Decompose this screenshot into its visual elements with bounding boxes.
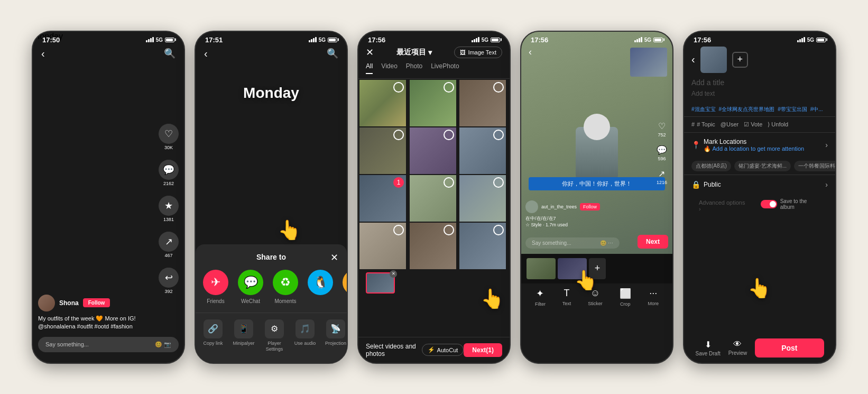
preview-btn[interactable]: 👁 Preview	[728, 340, 747, 356]
select-circle-1	[393, 82, 404, 93]
back-arrow-1[interactable]: ‹	[41, 48, 45, 60]
phone-5: 17:56 5G ‹	[683, 31, 836, 364]
add-media-btn[interactable]: +	[732, 52, 748, 68]
comment-bar-1[interactable]: Say something... 😊 📷	[38, 337, 179, 352]
share-icon-4[interactable]: ↗1216	[657, 169, 667, 185]
projection-btn[interactable]: 📡 Projection	[322, 319, 348, 352]
title-input[interactable]: Add a title	[691, 78, 828, 87]
thumbnail-1[interactable]	[527, 258, 556, 279]
share-moments[interactable]: ♻ Moments	[272, 270, 299, 304]
media-cell-8[interactable]	[410, 175, 456, 222]
bookmark-btn-1[interactable]: ★ 1381	[159, 196, 179, 222]
loc-tag-2[interactable]: 铭门盛宴·艺术海鲜...	[734, 161, 791, 171]
post-options-row: # # Topic @User ☑ Vote ⟩ Unfold	[684, 116, 835, 132]
vote-option[interactable]: ☑ Vote	[744, 121, 762, 128]
user-option[interactable]: @User	[721, 121, 738, 128]
autocut-btn[interactable]: ⚡ AutoCut	[422, 344, 464, 356]
share-sheet: Share to ✕ ✈ Friends 💬 WeChat ♻ Moments	[196, 244, 347, 363]
battery-5	[816, 38, 826, 42]
media-cell-2[interactable]	[410, 80, 456, 126]
battery-1	[165, 38, 174, 42]
media-cell-10[interactable]	[359, 223, 406, 269]
follow-btn-1[interactable]: Follow	[83, 298, 110, 307]
media-cell-1[interactable]	[359, 80, 406, 126]
unfold-option[interactable]: ⟩ Unfold	[768, 121, 788, 128]
tab-photo[interactable]: Photo	[406, 62, 422, 74]
status-icons-1: 5G	[146, 37, 174, 43]
back-arrow-4[interactable]: ‹	[529, 47, 532, 58]
hashtag-1[interactable]: #混血宝宝	[691, 106, 716, 113]
share-wechat[interactable]: 💬 WeChat	[237, 270, 264, 304]
search-icon-2[interactable]: 🔍	[327, 48, 338, 59]
media-cell-3[interactable]	[459, 80, 506, 126]
media-cell-6[interactable]	[459, 127, 506, 174]
comment-input-4[interactable]: Say something... 😊 ⋯	[525, 237, 620, 249]
save-toggle[interactable]	[761, 200, 777, 208]
phone-4: 17:56 5G ‹ 🎵	[520, 31, 673, 364]
hashtag-2[interactable]: #全球网友点亮世界地图	[719, 106, 775, 113]
topic-option[interactable]: # # Topic	[691, 121, 715, 128]
share-friends[interactable]: ✈ Friends	[202, 270, 229, 304]
media-cell-9[interactable]	[459, 175, 506, 222]
heart-icon-4[interactable]: ♡752	[658, 121, 666, 138]
network-type-5: 5G	[807, 37, 814, 43]
post-btn[interactable]: Post	[755, 338, 824, 358]
image-text-btn[interactable]: 🖼 Image Text	[454, 47, 502, 58]
next-btn-4[interactable]: Next	[638, 235, 668, 249]
save-draft-btn[interactable]: ⬇ Save Draft	[695, 340, 720, 356]
tab-livephoto[interactable]: LivePhoto	[431, 62, 459, 74]
search-icon-1[interactable]: 🔍	[164, 48, 176, 59]
sidebar-icons-1: ♡ 30K 💬 2162 ★ 1381 ↗ 467 ↩ 392	[159, 124, 179, 294]
tab-video[interactable]: Video	[381, 62, 397, 74]
advanced-options[interactable]: Advanced options ›	[691, 196, 753, 215]
status-icons-4: 5G	[634, 37, 663, 43]
phone4-content: 17:56 5G ‹ 🎵	[521, 32, 672, 311]
next-btn-3[interactable]: Next(1)	[464, 343, 502, 357]
share-qq[interactable]: 🐧	[307, 270, 334, 304]
time-4: 17:56	[531, 36, 548, 44]
tab-all[interactable]: All	[366, 62, 373, 74]
hand-cursor-3: 👆	[481, 288, 504, 310]
more-tool[interactable]: ··· More	[648, 288, 659, 307]
video-title-2: Monday	[196, 85, 347, 102]
text-input[interactable]: Add text	[691, 90, 828, 97]
media-cell-12[interactable]	[459, 223, 506, 269]
hashtag-4[interactable]: #中...	[810, 106, 823, 113]
share-btn-1[interactable]: ↗ 467	[159, 232, 179, 258]
use-audio-btn[interactable]: 🎵 Use audio	[292, 319, 318, 352]
bookmark-count-1: 1381	[163, 217, 174, 222]
forward-btn-1[interactable]: ↩ 392	[159, 268, 179, 294]
crop-tool[interactable]: ⬜ Crop	[620, 288, 631, 307]
back-btn-5[interactable]: ‹	[691, 53, 695, 66]
close-picker-btn[interactable]: ✕	[366, 47, 374, 58]
media-cell-5[interactable]	[410, 127, 456, 174]
privacy-row[interactable]: 🔒 Public ›	[684, 175, 835, 194]
hashtag-3[interactable]: #带宝宝出国	[778, 106, 807, 113]
privacy-label: Public	[704, 181, 721, 188]
copy-link-btn[interactable]: 🔗 Copy link	[200, 319, 226, 352]
miniplayer-btn[interactable]: 📱 Minipalyer	[230, 319, 257, 352]
media-cell-4[interactable]	[359, 127, 406, 174]
filter-tool[interactable]: ✦ Filter	[535, 288, 546, 307]
hand-cursor-2: 👆	[278, 219, 301, 241]
user-info-1: Shona Follow My outfits of the week 🧡 Mo…	[38, 295, 152, 331]
privacy-icon: 🔒	[691, 180, 700, 189]
loc-tag-1[interactable]: 点都德(A8店)	[691, 161, 731, 171]
network-type-1: 5G	[156, 37, 163, 43]
comment-icon-4[interactable]: 💬596	[657, 145, 667, 161]
location-row[interactable]: 📍 Mark Locations 🔥 Add a location to get…	[684, 132, 835, 158]
like-btn-1[interactable]: ♡ 30K	[159, 124, 179, 150]
follow-btn-4[interactable]: Follow	[580, 203, 600, 210]
media-cell-11[interactable]	[410, 223, 456, 269]
share-qzone[interactable]: ⭐ Qzone	[341, 270, 347, 304]
time-2: 17:51	[205, 36, 223, 44]
video-overlays-4: ♡752 💬596 ↗1216	[657, 121, 667, 185]
media-cell-7[interactable]: 1	[359, 175, 406, 222]
player-settings-btn[interactable]: ⚙ Player Settings	[261, 319, 288, 352]
text-tool[interactable]: T Text	[562, 288, 571, 307]
comment-btn-1[interactable]: 💬 2162	[159, 160, 179, 186]
back-arrow-2[interactable]: ‹	[204, 48, 208, 60]
status-icons-5: 5G	[797, 37, 826, 43]
close-share-btn[interactable]: ✕	[330, 252, 338, 263]
loc-tag-3[interactable]: 一个韩餐国际料理	[794, 161, 835, 171]
